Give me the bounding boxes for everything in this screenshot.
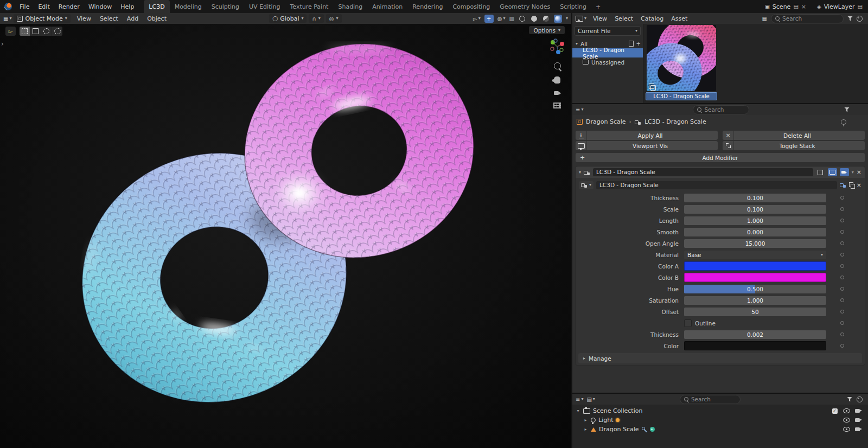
value-field-thickness[interactable]: 0.002 [684,330,826,339]
viewport-vis-button[interactable]: Viewport Vis [576,141,718,150]
value-field-open-angle[interactable]: 15.000 [684,239,826,248]
workspace-tab-animation[interactable]: Animation [367,0,407,13]
viewport-menu-object[interactable]: Object [143,15,171,22]
asset-label[interactable]: LC3D - Dragon Scale [646,92,717,100]
options-icon[interactable] [857,396,863,402]
decorate-dot[interactable] [840,298,844,302]
gizmo-toggle[interactable]: + [484,15,494,23]
edit-mode-display-toggle[interactable] [816,168,825,176]
decorate-dot[interactable] [840,230,844,234]
decorate-dot[interactable] [840,344,844,348]
workspace-tab-compositing[interactable]: Compositing [448,0,495,13]
menu-file[interactable]: File [15,3,34,10]
viewport-menu-select[interactable]: Select [95,15,123,22]
workspace-tab-scripting[interactable]: Scripting [555,0,591,13]
viewport-menu-view[interactable]: View [73,15,95,22]
options-dropdown[interactable]: Options ▾ [529,26,565,34]
workspace-tab-geometry-nodes[interactable]: Geometry Nodes [495,0,555,13]
remove-modifier-icon[interactable]: × [857,169,861,175]
outliner-search-input[interactable]: Search [680,395,741,404]
workspace-tab-shading[interactable]: Shading [333,0,367,13]
decorate-dot[interactable] [840,276,844,279]
workspace-tab-lc3d[interactable]: LC3D [144,0,169,13]
file-icon[interactable] [629,41,634,47]
toggle-stack-button[interactable]: Toggle Stack [723,141,865,150]
unlink-scene-icon[interactable]: × [801,3,806,10]
decorate-dot[interactable] [840,321,844,325]
zoom-gizmo-icon[interactable] [554,62,561,69]
camera-view-gizmo-icon[interactable] [554,91,561,95]
asset-source-dropdown[interactable]: Current File ▾ [575,26,641,36]
breadcrumb-object[interactable]: Dragon Scale [586,118,626,125]
value-field-saturation[interactable]: 1.000 [684,296,826,305]
visibility-dropdown[interactable]: ▻ ▾ [473,16,481,22]
slider-field-hue[interactable]: 0.500 [684,285,826,293]
asset-menu-view[interactable]: View [590,15,610,22]
active-tool-tweak-button[interactable]: ▻ [5,27,16,36]
hide-viewport-icon[interactable] [843,418,850,423]
modifier-name-field[interactable]: LC3D - Dragon Scale [593,168,813,176]
value-field-length[interactable]: 1.000 [684,216,826,225]
shading-rendered-button[interactable] [554,15,562,23]
properties-editor-type-button[interactable]: ≡ ▾ [576,107,583,113]
edit-node-tree-icon[interactable] [840,182,846,188]
select-box-tool-button[interactable] [20,27,30,36]
blender-logo-icon[interactable] [4,3,12,10]
expand-caret-icon[interactable]: ▸ [583,427,588,432]
panel-expand-icon[interactable]: ▾ [579,170,581,175]
menu-render[interactable]: Render [54,3,84,10]
select-circle-tool-button[interactable] [41,27,52,36]
copy-icon[interactable] [849,182,854,188]
asset-menu-catalog[interactable]: Catalog [637,15,667,22]
color-swatch-color[interactable] [684,341,826,350]
render-display-toggle[interactable] [840,168,849,176]
breadcrumb-modifier[interactable]: LC3D - Dragon Scale [644,118,706,125]
color-swatch-color-a[interactable] [684,261,826,271]
workspace-tab-modeling[interactable]: Modeling [170,0,207,13]
asset-menu-asset[interactable]: Asset [668,15,691,22]
disable-render-icon[interactable] [855,408,862,413]
value-field-offset[interactable]: 50 [684,308,826,316]
disable-render-icon[interactable] [855,427,862,432]
expand-caret-icon[interactable]: ▸ [583,418,588,423]
orientation-dropdown[interactable]: ◯ Global ▾ [269,14,307,23]
display-size-icon[interactable]: ▦ [762,16,767,22]
expand-icon[interactable]: ▾ [576,42,578,46]
asset-menu-select[interactable]: Select [611,15,636,22]
pan-hand-gizmo-icon[interactable] [554,76,560,84]
outliner-row-dragon-scale[interactable]: ▸Dragon Scale [572,425,868,434]
decorate-dot[interactable] [840,219,844,222]
node-group-name-field[interactable]: LC3D - Dragon Scale [596,181,837,189]
xray-toggle[interactable]: ▥ [509,16,514,22]
decorate-dot[interactable] [840,253,844,257]
editor-type-button[interactable]: ▦ ▾ [3,16,11,22]
delete-all-button[interactable]: × Delete All [723,131,865,140]
view-layer-name[interactable]: ViewLayer [824,3,855,10]
expand-caret-icon[interactable]: ▾ [576,408,580,413]
shading-material-button[interactable] [542,15,550,23]
decorate-dot[interactable] [840,310,844,313]
asset-card[interactable]: LC3D - Dragon Scale [646,25,717,100]
shading-solid-button[interactable] [530,15,538,23]
add-view-layer-icon[interactable]: ▤ [858,4,863,10]
display-mode-dropdown[interactable]: ▤ ▾ [586,396,595,402]
proportional-edit-dropdown[interactable]: ◎ ▾ [326,14,342,23]
shading-dropdown-icon[interactable]: ▾ [566,16,568,21]
pin-icon[interactable] [841,119,846,125]
filter-icon[interactable] [844,107,850,112]
menu-window[interactable]: Window [84,3,116,10]
asset-editor-type-button[interactable]: ▾ [576,16,586,22]
hide-viewport-icon[interactable] [843,408,850,413]
decorate-dot[interactable] [840,196,844,200]
asset-search-input[interactable]: Search [771,14,844,23]
workspace-tab-rendering[interactable]: Rendering [407,0,448,13]
realtime-display-toggle[interactable] [828,168,837,176]
value-field-thickness[interactable]: 0.100 [684,194,826,202]
outliner-row-light[interactable]: ▸Light [572,415,868,425]
navigation-axis-gizmo[interactable] [548,38,566,55]
snap-dropdown[interactable]: ∩ ▾ [309,14,323,23]
manage-subpanel-header[interactable]: ▸ Manage [578,353,862,363]
decorate-dot[interactable] [840,332,844,336]
decorate-dot[interactable] [840,241,844,245]
workspace-tab-uv-editing[interactable]: UV Editing [244,0,285,13]
